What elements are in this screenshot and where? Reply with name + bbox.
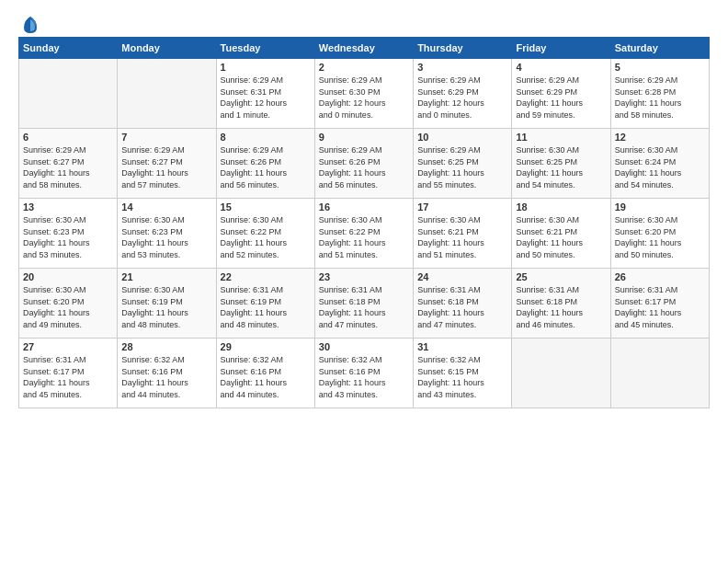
day-info: Sunrise: 6:29 AM Sunset: 6:27 PM Dayligh…	[121, 144, 211, 190]
day-info: Sunrise: 6:31 AM Sunset: 6:19 PM Dayligh…	[221, 284, 311, 330]
day-number: 10	[417, 132, 507, 143]
day-info: Sunrise: 6:32 AM Sunset: 6:15 PM Dayligh…	[417, 354, 507, 400]
calendar-cell: 8Sunrise: 6:29 AM Sunset: 6:26 PM Daylig…	[216, 129, 314, 199]
day-info: Sunrise: 6:31 AM Sunset: 6:18 PM Dayligh…	[417, 284, 507, 330]
calendar-cell: 9Sunrise: 6:29 AM Sunset: 6:26 PM Daylig…	[314, 129, 413, 199]
day-number: 21	[121, 271, 211, 282]
col-header-saturday: Saturday	[610, 38, 709, 59]
day-info: Sunrise: 6:30 AM Sunset: 6:24 PM Dayligh…	[615, 144, 705, 190]
day-info: Sunrise: 6:29 AM Sunset: 6:30 PM Dayligh…	[319, 75, 409, 121]
day-info: Sunrise: 6:32 AM Sunset: 6:16 PM Dayligh…	[121, 354, 211, 400]
day-number: 19	[615, 201, 705, 213]
day-info: Sunrise: 6:31 AM Sunset: 6:18 PM Dayligh…	[516, 284, 606, 330]
day-number: 16	[319, 201, 409, 213]
day-info: Sunrise: 6:30 AM Sunset: 6:19 PM Dayligh…	[121, 284, 211, 330]
calendar-table: SundayMondayTuesdayWednesdayThursdayFrid…	[18, 37, 710, 408]
calendar-cell: 3Sunrise: 6:29 AM Sunset: 6:29 PM Daylig…	[414, 59, 512, 129]
calendar-cell: 16Sunrise: 6:30 AM Sunset: 6:22 PM Dayli…	[314, 199, 413, 269]
day-number: 9	[319, 132, 409, 143]
day-number: 14	[121, 201, 211, 213]
calendar-cell: 21Sunrise: 6:30 AM Sunset: 6:19 PM Dayli…	[118, 269, 216, 339]
calendar-cell	[512, 339, 610, 408]
calendar-cell: 17Sunrise: 6:30 AM Sunset: 6:21 PM Dayli…	[414, 199, 512, 269]
calendar-cell: 11Sunrise: 6:30 AM Sunset: 6:25 PM Dayli…	[512, 129, 610, 199]
day-info: Sunrise: 6:29 AM Sunset: 6:27 PM Dayligh…	[23, 144, 113, 190]
day-number: 27	[23, 341, 113, 352]
calendar-cell: 5Sunrise: 6:29 AM Sunset: 6:28 PM Daylig…	[610, 59, 709, 129]
day-info: Sunrise: 6:29 AM Sunset: 6:26 PM Dayligh…	[221, 144, 311, 190]
day-number: 25	[516, 271, 606, 282]
header	[18, 15, 710, 31]
calendar-cell: 6Sunrise: 6:29 AM Sunset: 6:27 PM Daylig…	[19, 129, 118, 199]
day-number: 20	[23, 271, 113, 282]
day-number: 12	[615, 132, 705, 143]
day-number: 13	[23, 201, 113, 213]
col-header-friday: Friday	[512, 38, 610, 59]
day-info: Sunrise: 6:31 AM Sunset: 6:17 PM Dayligh…	[23, 354, 113, 400]
day-info: Sunrise: 6:30 AM Sunset: 6:21 PM Dayligh…	[417, 214, 507, 260]
day-number: 4	[516, 62, 606, 73]
day-info: Sunrise: 6:31 AM Sunset: 6:17 PM Dayligh…	[615, 284, 705, 330]
day-info: Sunrise: 6:31 AM Sunset: 6:18 PM Dayligh…	[319, 284, 409, 330]
day-info: Sunrise: 6:30 AM Sunset: 6:22 PM Dayligh…	[221, 214, 311, 260]
col-header-sunday: Sunday	[19, 38, 118, 59]
week-row-2: 6Sunrise: 6:29 AM Sunset: 6:27 PM Daylig…	[19, 129, 710, 199]
calendar-cell: 30Sunrise: 6:32 AM Sunset: 6:16 PM Dayli…	[314, 339, 413, 408]
day-number: 26	[615, 271, 705, 282]
calendar-cell: 22Sunrise: 6:31 AM Sunset: 6:19 PM Dayli…	[216, 269, 314, 339]
calendar-cell: 25Sunrise: 6:31 AM Sunset: 6:18 PM Dayli…	[512, 269, 610, 339]
logo-icon	[20, 15, 40, 35]
day-info: Sunrise: 6:30 AM Sunset: 6:21 PM Dayligh…	[516, 214, 606, 260]
col-header-wednesday: Wednesday	[314, 38, 413, 59]
calendar-cell	[610, 339, 709, 408]
main-container: SundayMondayTuesdayWednesdayThursdayFrid…	[0, 0, 728, 418]
col-header-thursday: Thursday	[414, 38, 512, 59]
calendar-cell: 26Sunrise: 6:31 AM Sunset: 6:17 PM Dayli…	[610, 269, 709, 339]
calendar-cell: 2Sunrise: 6:29 AM Sunset: 6:30 PM Daylig…	[314, 59, 413, 129]
calendar-cell: 10Sunrise: 6:29 AM Sunset: 6:25 PM Dayli…	[414, 129, 512, 199]
col-header-monday: Monday	[118, 38, 216, 59]
calendar-cell: 31Sunrise: 6:32 AM Sunset: 6:15 PM Dayli…	[414, 339, 512, 408]
day-number: 1	[221, 62, 311, 73]
col-header-tuesday: Tuesday	[216, 38, 314, 59]
day-number: 30	[319, 341, 409, 352]
day-info: Sunrise: 6:30 AM Sunset: 6:20 PM Dayligh…	[23, 284, 113, 330]
calendar-cell: 28Sunrise: 6:32 AM Sunset: 6:16 PM Dayli…	[118, 339, 216, 408]
day-number: 29	[221, 341, 311, 352]
day-info: Sunrise: 6:32 AM Sunset: 6:16 PM Dayligh…	[221, 354, 311, 400]
day-number: 15	[221, 201, 311, 213]
week-row-3: 13Sunrise: 6:30 AM Sunset: 6:23 PM Dayli…	[19, 199, 710, 269]
day-info: Sunrise: 6:30 AM Sunset: 6:20 PM Dayligh…	[615, 214, 705, 260]
day-number: 17	[417, 201, 507, 213]
calendar-cell: 13Sunrise: 6:30 AM Sunset: 6:23 PM Dayli…	[19, 199, 118, 269]
logo	[18, 15, 40, 31]
calendar-cell: 4Sunrise: 6:29 AM Sunset: 6:29 PM Daylig…	[512, 59, 610, 129]
calendar-cell: 7Sunrise: 6:29 AM Sunset: 6:27 PM Daylig…	[118, 129, 216, 199]
day-number: 7	[121, 132, 211, 143]
day-number: 5	[615, 62, 705, 73]
day-number: 8	[221, 132, 311, 143]
day-number: 31	[417, 341, 507, 352]
day-number: 18	[516, 201, 606, 213]
day-info: Sunrise: 6:32 AM Sunset: 6:16 PM Dayligh…	[319, 354, 409, 400]
calendar-cell	[19, 59, 118, 129]
calendar-cell: 20Sunrise: 6:30 AM Sunset: 6:20 PM Dayli…	[19, 269, 118, 339]
calendar-cell: 15Sunrise: 6:30 AM Sunset: 6:22 PM Dayli…	[216, 199, 314, 269]
day-info: Sunrise: 6:29 AM Sunset: 6:29 PM Dayligh…	[516, 75, 606, 121]
day-number: 24	[417, 271, 507, 282]
day-info: Sunrise: 6:30 AM Sunset: 6:22 PM Dayligh…	[319, 214, 409, 260]
week-row-5: 27Sunrise: 6:31 AM Sunset: 6:17 PM Dayli…	[19, 339, 710, 408]
day-number: 11	[516, 132, 606, 143]
week-row-1: 1Sunrise: 6:29 AM Sunset: 6:31 PM Daylig…	[19, 59, 710, 129]
calendar-cell: 18Sunrise: 6:30 AM Sunset: 6:21 PM Dayli…	[512, 199, 610, 269]
day-number: 22	[221, 271, 311, 282]
calendar-cell	[118, 59, 216, 129]
day-number: 3	[417, 62, 507, 73]
day-info: Sunrise: 6:29 AM Sunset: 6:29 PM Dayligh…	[417, 75, 507, 121]
calendar-cell: 14Sunrise: 6:30 AM Sunset: 6:23 PM Dayli…	[118, 199, 216, 269]
calendar-cell: 1Sunrise: 6:29 AM Sunset: 6:31 PM Daylig…	[216, 59, 314, 129]
day-number: 6	[23, 132, 113, 143]
calendar-cell: 23Sunrise: 6:31 AM Sunset: 6:18 PM Dayli…	[314, 269, 413, 339]
day-number: 2	[319, 62, 409, 73]
day-info: Sunrise: 6:29 AM Sunset: 6:28 PM Dayligh…	[615, 75, 705, 121]
